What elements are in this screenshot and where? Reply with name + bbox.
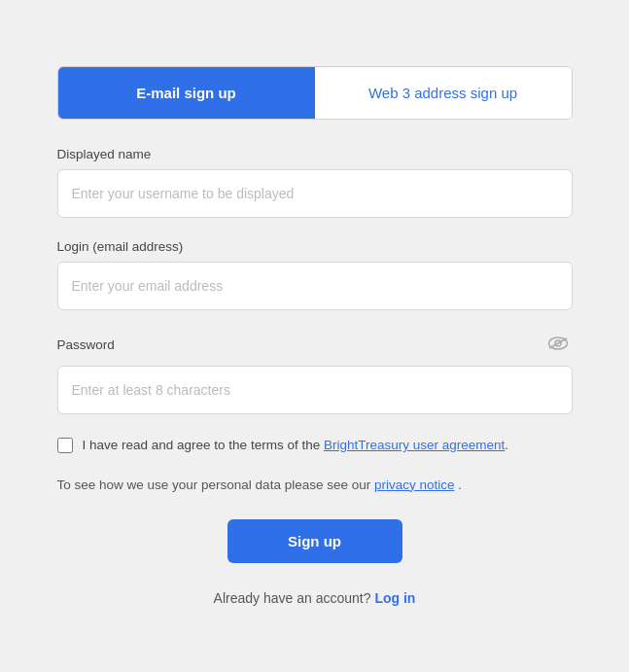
displayed-name-group: Displayed name [57, 147, 573, 218]
login-row: Already have an account? Log in [57, 590, 573, 606]
page-wrapper: E-mail sign up Web 3 address sign up Dis… [0, 0, 629, 672]
agreement-checkbox[interactable] [57, 438, 73, 453]
password-wrapper [57, 366, 573, 414]
login-link[interactable]: Log in [374, 590, 415, 606]
displayed-name-input[interactable] [57, 169, 573, 218]
privacy-link[interactable]: privacy notice [374, 477, 455, 492]
login-label: Login (email address) [57, 239, 573, 254]
privacy-text: To see how we use your personal data ple… [57, 477, 374, 492]
agreement-label[interactable]: I have read and agree to the terms of th… [83, 436, 509, 455]
displayed-name-label: Displayed name [57, 147, 573, 161]
tab-web3[interactable]: Web 3 address sign up [315, 67, 572, 119]
already-have-account-text: Already have an account? [214, 590, 371, 606]
tab-email[interactable]: E-mail sign up [58, 67, 315, 119]
tab-row: E-mail sign up Web 3 address sign up [57, 66, 573, 120]
password-label-row: Password [57, 332, 573, 358]
toggle-password-button[interactable] [543, 332, 573, 358]
password-input[interactable] [57, 366, 573, 414]
eye-icon [547, 336, 569, 351]
privacy-text-after: . [455, 477, 463, 492]
login-group: Login (email address) [57, 239, 573, 310]
password-group: Password [57, 332, 573, 414]
agreement-text-after: . [505, 438, 508, 452]
agreement-text-before: I have read and agree to the terms of th… [83, 438, 324, 452]
email-input[interactable] [57, 262, 573, 310]
privacy-row: To see how we use your personal data ple… [57, 477, 573, 492]
password-label: Password [57, 337, 115, 352]
agreement-checkbox-row: I have read and agree to the terms of th… [57, 436, 573, 455]
signup-button[interactable]: Sign up [227, 519, 402, 563]
form-container: E-mail sign up Web 3 address sign up Dis… [57, 66, 573, 605]
agreement-link[interactable]: BrightTreasury user agreement [324, 438, 505, 452]
